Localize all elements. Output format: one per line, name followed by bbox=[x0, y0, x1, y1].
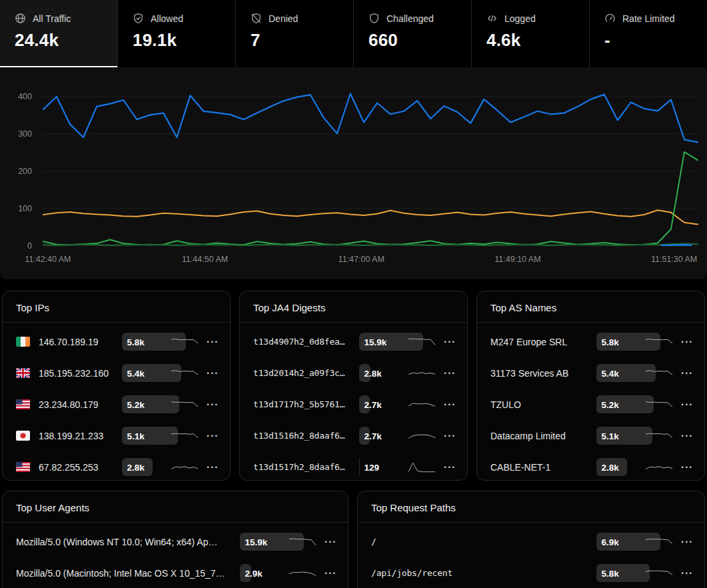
tab-label: All Traffic bbox=[33, 13, 71, 24]
card-top-as-names: Top AS NamesM247 Europe SRL5.8k•••31173 … bbox=[476, 291, 705, 481]
row-label: t13d4907h2_0d8fea… bbox=[253, 337, 353, 347]
row-value: 15.9k bbox=[245, 537, 268, 547]
blue-series-line bbox=[43, 94, 698, 143]
row-menu-button[interactable]: ••• bbox=[325, 570, 337, 577]
card-header: Top AS Names bbox=[477, 291, 704, 323]
code-icon bbox=[486, 13, 498, 24]
row-menu-button[interactable]: ••• bbox=[207, 339, 219, 345]
list-item: Mozilla/5.0 (Windows NT 10.0; Win64; x64… bbox=[3, 526, 348, 557]
row-value: 5.8k bbox=[602, 337, 619, 347]
row-value: 2.7k bbox=[364, 399, 382, 409]
tab-head: Denied bbox=[251, 13, 353, 24]
row-value: 5.2k bbox=[127, 399, 145, 409]
row-value: 6.9k bbox=[602, 537, 619, 547]
sparkline bbox=[644, 397, 674, 412]
tab-value: - bbox=[604, 30, 707, 51]
row-label: 67.82.255.253 bbox=[39, 462, 115, 473]
card-title: Top User Agents bbox=[16, 502, 335, 513]
shield-off-icon bbox=[251, 13, 262, 24]
sparkline bbox=[170, 366, 199, 381]
list-item: 31173 Services AB5.4k••• bbox=[477, 357, 704, 389]
row-menu-button[interactable]: ••• bbox=[207, 401, 219, 408]
x-axis-tick: 11:47:00 AM bbox=[339, 255, 384, 264]
y-axis-tick: 100 bbox=[18, 204, 32, 213]
sparkline bbox=[170, 429, 199, 443]
card-body: Mozilla/5.0 (Windows NT 10.0; Win64; x64… bbox=[3, 523, 348, 588]
row-label: TZULO bbox=[490, 399, 590, 410]
top-stats-row-1: Top IPs146.70.189.195.8k•••185.195.232.1… bbox=[0, 291, 707, 481]
row-value: 129 bbox=[364, 462, 380, 472]
row-menu-button[interactable]: ••• bbox=[444, 433, 456, 439]
tab-challenged[interactable]: Challenged660 bbox=[354, 0, 472, 67]
card-title: Top AS Names bbox=[490, 302, 691, 313]
tab-all-traffic[interactable]: All Traffic24.4k bbox=[0, 0, 118, 67]
row-menu-button[interactable]: ••• bbox=[682, 433, 694, 439]
tab-allowed[interactable]: Allowed19.1k bbox=[118, 0, 236, 67]
row-menu-button[interactable]: ••• bbox=[444, 464, 456, 471]
shield-check-icon bbox=[133, 13, 144, 24]
row-value: 5.8k bbox=[127, 337, 145, 347]
row-menu-button[interactable]: ••• bbox=[682, 464, 694, 471]
flag-ie-icon bbox=[16, 337, 30, 347]
tab-denied[interactable]: Denied7 bbox=[236, 0, 354, 67]
y-axis-tick: 400 bbox=[18, 92, 32, 101]
row-menu-button[interactable]: ••• bbox=[682, 539, 694, 545]
sparkline bbox=[407, 366, 436, 381]
shield-icon bbox=[368, 13, 380, 24]
sparkline bbox=[644, 335, 674, 349]
list-item: CABLE-NET-12.8k••• bbox=[477, 451, 704, 481]
traffic-chart: 010020030040011:42:40 AM11:44:50 AM11:47… bbox=[0, 67, 707, 279]
row-label: t13d1517h2_8daaf6… bbox=[253, 462, 353, 472]
sparkline bbox=[288, 535, 317, 549]
card-top-ips: Top IPs146.70.189.195.8k•••185.195.232.1… bbox=[2, 291, 231, 481]
row-menu-button[interactable]: ••• bbox=[444, 339, 456, 345]
row-label: Datacamp Limited bbox=[490, 431, 590, 441]
row-label: 23.234.80.179 bbox=[39, 399, 115, 410]
tab-head: All Traffic bbox=[15, 13, 117, 24]
row-value: 2.7k bbox=[364, 431, 382, 441]
globe-icon bbox=[15, 13, 26, 24]
list-item: 138.199.21.2335.1k••• bbox=[3, 420, 230, 451]
row-label: M247 Europe SRL bbox=[490, 337, 590, 347]
list-item: t13d1516h2_8daaf6…2.7k••• bbox=[240, 420, 467, 451]
y-axis-tick: 0 bbox=[27, 241, 32, 251]
row-menu-button[interactable]: ••• bbox=[207, 370, 219, 377]
card-body: t13d4907h2_0d8fea…15.9k•••t13d2014h2_a09… bbox=[240, 323, 467, 481]
row-menu-button[interactable]: ••• bbox=[444, 370, 456, 377]
sparkline bbox=[407, 429, 436, 443]
list-item: t13d1517h2_8daaf6…129••• bbox=[240, 451, 467, 481]
x-axis-tick: 11:42:40 AM bbox=[25, 255, 71, 264]
row-menu-button[interactable]: ••• bbox=[682, 370, 694, 377]
list-item: M247 Europe SRL5.8k••• bbox=[477, 326, 704, 357]
row-value: 5.4k bbox=[127, 368, 145, 378]
tab-rate-limited[interactable]: Rate Limited- bbox=[590, 0, 707, 67]
row-menu-button[interactable]: ••• bbox=[682, 570, 694, 577]
row-label: t13d2014h2_a09f3c… bbox=[253, 368, 353, 378]
x-axis-tick: 11:44:50 AM bbox=[182, 255, 228, 264]
gauge-icon bbox=[604, 13, 616, 24]
flag-gb-icon bbox=[16, 368, 30, 378]
card-title: Top JA4 Digests bbox=[253, 302, 454, 313]
row-label: Mozilla/5.0 (Windows NT 10.0; Win64; x64… bbox=[16, 537, 233, 547]
row-value: 5.8k bbox=[602, 568, 619, 578]
row-menu-button[interactable]: ••• bbox=[682, 401, 694, 408]
row-label: 146.70.189.19 bbox=[39, 337, 115, 347]
list-item: /api/jobs/recent5.8k••• bbox=[358, 557, 704, 588]
metric-tab-bar: All Traffic24.4kAllowed19.1kDenied7Chall… bbox=[0, 0, 707, 67]
row-menu-button[interactable]: ••• bbox=[325, 539, 337, 545]
row-menu-button[interactable]: ••• bbox=[207, 464, 219, 471]
row-menu-button[interactable]: ••• bbox=[682, 339, 694, 345]
row-menu-button[interactable]: ••• bbox=[444, 401, 456, 408]
row-value: 2.8k bbox=[364, 368, 382, 378]
tab-label: Allowed bbox=[151, 13, 183, 24]
row-menu-button[interactable]: ••• bbox=[207, 433, 219, 439]
list-item: 146.70.189.195.8k••• bbox=[3, 326, 230, 357]
flag-us-icon bbox=[16, 462, 30, 472]
row-label: 185.195.232.160 bbox=[39, 368, 115, 379]
top-stats-row-2: Top User AgentsMozilla/5.0 (Windows NT 1… bbox=[0, 491, 707, 588]
list-item: t13d2014h2_a09f3c…2.8k••• bbox=[240, 357, 467, 389]
tab-logged[interactable]: Logged4.6k bbox=[472, 0, 590, 67]
card-header: Top IPs bbox=[3, 291, 230, 323]
card-title: Top Request Paths bbox=[371, 502, 691, 513]
tab-label: Rate Limited bbox=[622, 13, 675, 24]
